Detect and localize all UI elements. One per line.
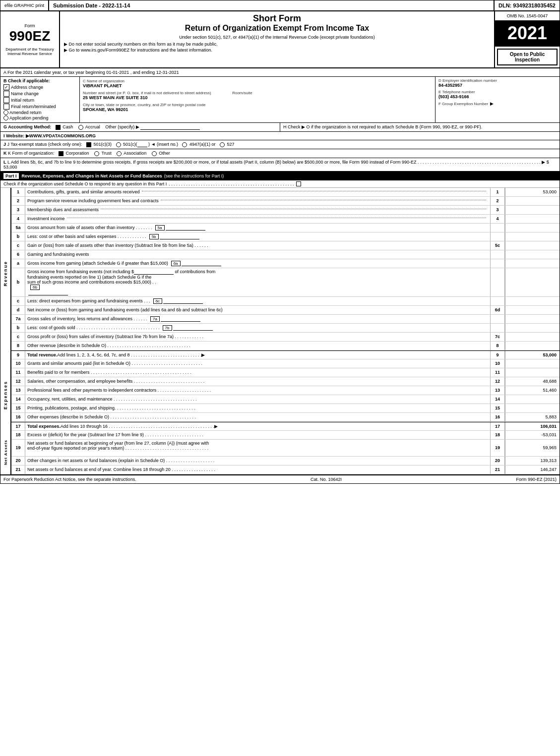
address-label: Number and street (or P. O. box, if mail… (83, 91, 211, 95)
table-row: b Less: cost or other basis and sales ex… (11, 233, 560, 241)
section-a: A For the 2021 calendar year, or tax yea… (0, 68, 560, 77)
table-row: c Less: direct expenses from gaming and … (11, 297, 560, 306)
tax-year: 2021 (495, 21, 560, 47)
efile-label: efile GRAPHIC print (0, 0, 49, 10)
name-change-row: Name change (3, 91, 76, 97)
ein-value: 84-4352957 (438, 83, 557, 88)
4947-radio[interactable] (182, 142, 187, 147)
table-row: 17 Total expenses. Add lines 10 through … (11, 422, 560, 431)
city-label: City or town, state or province, country… (83, 103, 205, 107)
other-radio[interactable] (152, 151, 157, 156)
assoc-radio[interactable] (117, 151, 122, 156)
address-change-checkbox[interactable] (3, 84, 9, 90)
table-row: 1 Contributions, gifts, grants, and simi… (11, 188, 560, 197)
org-name-label: C Name of organization (83, 79, 124, 83)
table-row: b Less: cost of goods sold . . . . . . .… (11, 324, 560, 333)
dept-info: Department of the Treasury Internal Reve… (5, 47, 54, 56)
table-row: 13 Professional fees and other payments … (11, 386, 560, 395)
omb-number: OMB No. 1545-0047 (495, 11, 560, 21)
section-j: J J Tax-exempt status (check only one): … (0, 140, 560, 149)
table-row: 21 Net assets or fund balances at end of… (11, 465, 560, 474)
footer-cat: Cat. No. 10642I (311, 477, 342, 482)
amended-radio[interactable] (3, 110, 8, 115)
irs-link-note: ▶ Go to www.irs.gov/Form990EZ for instru… (64, 48, 490, 53)
ein-label: D Employer identification number (438, 78, 557, 83)
expenses-side-label: Expenses (0, 359, 11, 431)
section-i: I Website: ▶WWW.VPDATACOMMONS.ORG (0, 132, 560, 140)
section-g: G Accounting Method: Cash Accrual Other … (0, 123, 280, 131)
form-label: Form (25, 23, 35, 28)
section-h: H Check ▶ O if the organization is not r… (280, 123, 560, 131)
revenue-side-label: Revenue (0, 188, 11, 359)
section-l: L L Add lines 5b, 6c, and 7b to line 9 t… (0, 158, 560, 172)
table-row: 5a Gross amount from sale of assets othe… (11, 224, 560, 233)
501c-radio[interactable] (116, 142, 121, 147)
part-i-header: Part I Revenue, Expenses, and Changes in… (0, 172, 560, 180)
501c3-checkbox[interactable] (86, 142, 91, 147)
room-label: Room/suite (232, 91, 252, 95)
under-section: Under section 501(c), 527, or 4947(a)(1)… (64, 35, 490, 40)
dln-number: DLN: 93492318035452 (495, 0, 560, 10)
table-row: 19 Net assets or fund balances at beginn… (11, 440, 560, 457)
section-k: K K Form of organization: Corporation Tr… (0, 149, 560, 158)
corp-checkbox[interactable] (59, 151, 63, 156)
final-return-row: Final return/terminated (3, 104, 76, 110)
org-name: VIBRANT PLANET (83, 83, 432, 88)
form-number: 990EZ (9, 28, 51, 44)
table-row: b Gross income from fundraising events (… (11, 268, 560, 297)
schedule-o-checkbox[interactable] (296, 181, 301, 186)
table-row: 14 Occupancy, rent, utilities, and maint… (11, 395, 560, 404)
form-footer: For Paperwork Reduction Act Notice, see … (0, 474, 560, 483)
table-row: 15 Printing, publications, postage, and … (11, 404, 560, 413)
schedule-o-check: Check if the organization used Schedule … (0, 180, 560, 188)
table-row: 9 Total revenue. Add lines 1, 2, 3, 4, 5… (11, 350, 560, 359)
table-row: 4 Investment income 4 (11, 215, 560, 224)
short-form-title: Short Form (64, 13, 490, 24)
org-address: 25 WEST MAIN AVE SUITE 310 (83, 95, 432, 100)
table-row: c Gain or (loss) from sale of assets oth… (11, 241, 560, 250)
tel-label: E Telephone number (438, 90, 557, 94)
527-radio[interactable] (220, 142, 225, 147)
group-arrow: ▶ (490, 101, 494, 106)
open-inspection: Open to Public Inspection (497, 49, 558, 65)
table-row: c Gross profit or (loss) from sales of i… (11, 333, 560, 342)
accrual-radio[interactable] (78, 125, 83, 130)
table-row: 20 Other changes in net assets or fund b… (11, 457, 560, 465)
amended-return-row: Amended return (3, 110, 76, 115)
footer-left: For Paperwork Reduction Act Notice, see … (3, 477, 136, 482)
net-assets-side-label: Net Assets (0, 431, 11, 474)
public-note: ▶ Do not enter social security numbers o… (64, 42, 490, 47)
table-row: a Gross income from gaming (attach Sched… (11, 259, 560, 268)
table-row: 18 Excess or (deficit) for the year (Sub… (11, 431, 560, 440)
table-row: 16 Other expenses (describe in Schedule … (11, 413, 560, 422)
tel-value: (503) 453-9166 (438, 94, 557, 99)
application-radio[interactable] (3, 116, 8, 120)
application-pending-row: Application pending (3, 116, 76, 120)
table-row: 2 Program service revenue including gove… (11, 197, 560, 206)
final-return-checkbox[interactable] (3, 104, 9, 110)
table-row: 11 Benefits paid to or for members . . .… (11, 368, 560, 377)
table-row: 6 Gaming and fundraising events (11, 250, 560, 259)
table-row: 7a Gross sales of inventory, less return… (11, 315, 560, 324)
name-change-checkbox[interactable] (3, 91, 9, 97)
table-row: 12 Salaries, other compensation, and emp… (11, 377, 560, 386)
trust-radio[interactable] (94, 151, 99, 156)
cash-checkbox[interactable] (56, 125, 61, 130)
initial-return-row: Initial return (3, 97, 76, 103)
table-row: d Net income or (loss) from gaming and f… (11, 306, 560, 315)
table-row: 10 Grants and similar amounts paid (list… (11, 359, 560, 368)
group-label: F Group Exemption Number (438, 102, 488, 106)
initial-return-checkbox[interactable] (3, 97, 9, 103)
table-row: 8 Other revenue (describe in Schedule O)… (11, 342, 560, 350)
org-city: SPOKANE, WA 99201 (83, 107, 432, 112)
submission-date: Submission Date - 2022-11-14 (49, 0, 495, 10)
address-change-row: Address change (3, 84, 76, 90)
footer-right: Form 990-EZ (2021) (516, 477, 557, 482)
return-title: Return of Organization Exempt From Incom… (64, 24, 490, 33)
table-row: 3 Membership dues and assessments 3 (11, 206, 560, 215)
section-b-label: B Check if applicable: (3, 78, 76, 83)
